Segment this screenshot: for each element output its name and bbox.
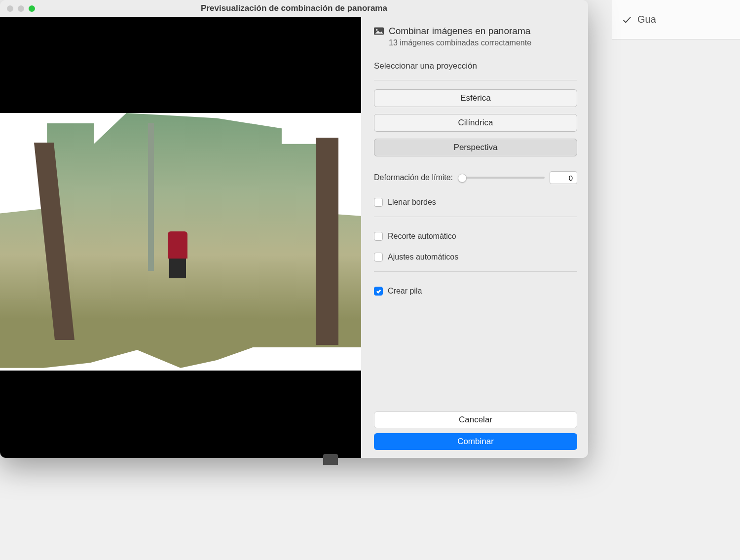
auto-settings-label: Ajustes automáticos — [388, 253, 458, 261]
panorama-canvas — [0, 113, 361, 371]
slider-thumb[interactable] — [458, 174, 467, 183]
panorama-preview[interactable] — [0, 17, 361, 458]
window-title: Previsualización de combinación de panor… — [0, 3, 588, 13]
window-close-button[interactable] — [7, 5, 13, 12]
merge-button[interactable]: Combinar — [374, 433, 577, 450]
divider — [374, 271, 577, 272]
svg-point-1 — [376, 29, 377, 31]
auto-crop-label: Recorte automático — [388, 232, 456, 241]
titlebar[interactable]: Previsualización de combinación de panor… — [0, 0, 588, 17]
auto-crop-checkbox[interactable] — [374, 232, 383, 241]
settings-panel: Combinar imágenes en panorama 13 imágene… — [361, 17, 588, 458]
create-stack-checkbox-row: Crear pila — [374, 287, 577, 296]
fill-edges-checkbox-row: Llenar bordes — [374, 198, 577, 207]
projection-cylindrical-button[interactable]: Cilíndrica — [374, 114, 577, 132]
panorama-merge-window: Previsualización de combinación de panor… — [0, 0, 588, 458]
projection-section-label: Seleccionar una proyección — [374, 61, 577, 71]
fill-edges-label: Llenar bordes — [388, 198, 436, 207]
figure-shape — [168, 231, 187, 278]
panel-title: Combinar imágenes en panorama — [389, 26, 530, 37]
svg-rect-0 — [374, 28, 384, 35]
background-save-label: Gua — [637, 14, 656, 25]
projection-spherical-button[interactable]: Esférica — [374, 89, 577, 107]
divider — [374, 80, 577, 80]
window-minimize-button[interactable] — [18, 5, 24, 12]
background-toolbar: Gua — [612, 0, 740, 39]
tree-shape — [148, 123, 154, 271]
boundary-warp-label: Deformación de límite: — [374, 173, 453, 182]
boundary-warp-slider[interactable] — [458, 174, 545, 182]
check-icon — [622, 14, 632, 25]
divider — [374, 217, 577, 217]
cancel-button[interactable]: Cancelar — [374, 411, 577, 428]
auto-settings-checkbox[interactable] — [374, 253, 383, 261]
create-stack-label: Crear pila — [388, 287, 422, 296]
fill-edges-checkbox[interactable] — [374, 198, 383, 207]
auto-crop-checkbox-row: Recorte automático — [374, 232, 577, 241]
panel-subtitle: 13 imágenes combinadas correctamente — [374, 38, 577, 47]
create-stack-checkbox[interactable] — [374, 287, 383, 296]
projection-perspective-button[interactable]: Perspectiva — [374, 139, 577, 156]
boundary-warp-input[interactable] — [550, 171, 577, 184]
window-maximize-button[interactable] — [29, 5, 35, 12]
tree-shape — [316, 138, 338, 345]
dock-hint — [323, 454, 338, 465]
auto-settings-checkbox-row: Ajustes automáticos — [374, 253, 577, 261]
panorama-icon — [374, 27, 384, 35]
